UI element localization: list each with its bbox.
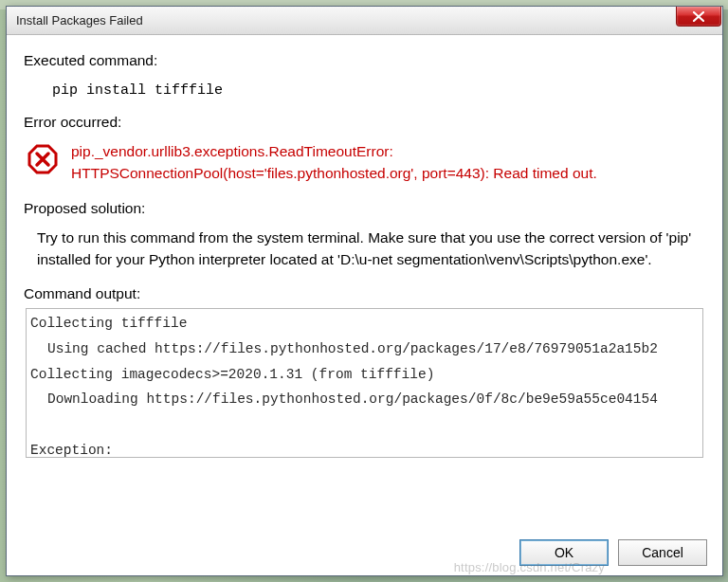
- window-title: Install Packages Failed: [16, 13, 143, 27]
- error-row: pip._vendor.urllib3.exceptions.ReadTimeo…: [24, 136, 705, 194]
- close-button[interactable]: [676, 7, 721, 27]
- title-bar: Install Packages Failed: [7, 7, 722, 35]
- executed-command-text: pip install tifffile: [24, 75, 705, 108]
- output-line: Collecting tifffile: [30, 316, 187, 331]
- output-line: Collecting imagecodecs>=2020.1.31 (from …: [30, 367, 434, 382]
- button-row: OK Cancel: [7, 530, 722, 575]
- output-line: Using cached https://files.pythonhosted.…: [30, 336, 699, 362]
- output-line: Exception:: [30, 443, 113, 458]
- executed-command-label: Executed command:: [24, 52, 705, 69]
- cancel-button-label: Cancel: [642, 545, 683, 560]
- command-output-label: Command output:: [24, 285, 705, 302]
- output-line: Downloading https://files.pythonhosted.o…: [30, 387, 699, 412]
- close-icon: [693, 11, 704, 22]
- dialog-content: Executed command: pip install tifffile E…: [7, 35, 722, 530]
- dialog-window: Install Packages Failed Executed command…: [6, 6, 723, 576]
- error-icon: [27, 144, 58, 174]
- proposed-solution-label: Proposed solution:: [24, 200, 705, 217]
- proposed-solution-text: Try to run this command from the system …: [24, 223, 705, 281]
- error-occurred-label: Error occurred:: [24, 114, 705, 131]
- error-message-text: pip._vendor.urllib3.exceptions.ReadTimeo…: [71, 140, 705, 185]
- cancel-button[interactable]: Cancel: [618, 539, 707, 566]
- ok-button[interactable]: OK: [519, 539, 609, 566]
- ok-button-label: OK: [555, 545, 573, 560]
- command-output-box[interactable]: Collecting tifffile Using cached https:/…: [26, 308, 703, 458]
